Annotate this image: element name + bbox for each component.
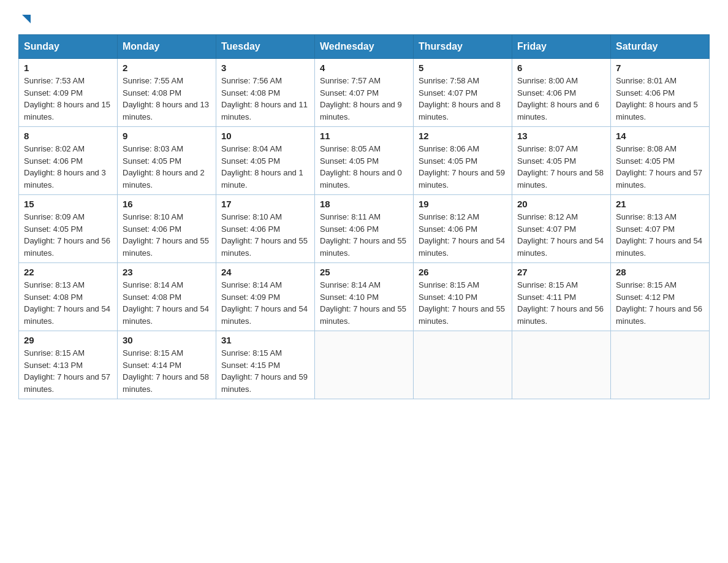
- day-cell: 14 Sunrise: 8:08 AMSunset: 4:05 PMDaylig…: [611, 127, 710, 195]
- day-cell: 22 Sunrise: 8:13 AMSunset: 4:08 PMDaylig…: [19, 263, 118, 331]
- day-info: Sunrise: 8:12 AMSunset: 4:07 PMDaylight:…: [517, 212, 604, 258]
- day-cell: 7 Sunrise: 8:01 AMSunset: 4:06 PMDayligh…: [611, 59, 710, 127]
- day-number: 26: [419, 267, 507, 277]
- logo: [18, 12, 33, 28]
- col-header-thursday: Thursday: [414, 35, 512, 59]
- col-header-tuesday: Tuesday: [216, 35, 315, 59]
- day-cell: [315, 331, 414, 399]
- day-number: 22: [24, 267, 112, 277]
- day-info: Sunrise: 8:03 AMSunset: 4:05 PMDaylight:…: [123, 144, 205, 190]
- day-number: 15: [24, 199, 112, 209]
- day-cell: 20 Sunrise: 8:12 AMSunset: 4:07 PMDaylig…: [512, 195, 611, 263]
- day-number: 17: [221, 199, 309, 209]
- day-cell: 8 Sunrise: 8:02 AMSunset: 4:06 PMDayligh…: [19, 127, 118, 195]
- day-number: 1: [24, 63, 112, 73]
- col-header-sunday: Sunday: [19, 35, 118, 59]
- col-header-friday: Friday: [512, 35, 611, 59]
- day-info: Sunrise: 8:10 AMSunset: 4:06 PMDaylight:…: [221, 212, 308, 258]
- week-row-3: 15 Sunrise: 8:09 AMSunset: 4:05 PMDaylig…: [19, 195, 710, 263]
- day-number: 29: [24, 335, 112, 345]
- day-cell: 12 Sunrise: 8:06 AMSunset: 4:05 PMDaylig…: [414, 127, 512, 195]
- day-cell: 25 Sunrise: 8:14 AMSunset: 4:10 PMDaylig…: [315, 263, 414, 331]
- day-cell: 23 Sunrise: 8:14 AMSunset: 4:08 PMDaylig…: [118, 263, 216, 331]
- logo-triangle-icon: [20, 12, 33, 26]
- week-row-2: 8 Sunrise: 8:02 AMSunset: 4:06 PMDayligh…: [19, 127, 710, 195]
- day-info: Sunrise: 8:15 AMSunset: 4:13 PMDaylight:…: [24, 348, 110, 394]
- day-number: 18: [320, 199, 408, 209]
- day-info: Sunrise: 8:08 AMSunset: 4:05 PMDaylight:…: [616, 144, 702, 190]
- day-number: 30: [123, 335, 211, 345]
- day-number: 7: [616, 63, 704, 73]
- day-number: 24: [221, 267, 309, 277]
- day-number: 19: [419, 199, 507, 209]
- day-cell: 31 Sunrise: 8:15 AMSunset: 4:15 PMDaylig…: [216, 331, 315, 399]
- day-cell: 4 Sunrise: 7:57 AMSunset: 4:07 PMDayligh…: [315, 59, 414, 127]
- day-number: 21: [616, 199, 704, 209]
- day-info: Sunrise: 8:04 AMSunset: 4:05 PMDaylight:…: [221, 144, 303, 190]
- day-info: Sunrise: 8:09 AMSunset: 4:05 PMDaylight:…: [24, 212, 110, 258]
- day-cell: 5 Sunrise: 7:58 AMSunset: 4:07 PMDayligh…: [414, 59, 512, 127]
- day-number: 3: [221, 63, 309, 73]
- day-info: Sunrise: 7:56 AMSunset: 4:08 PMDaylight:…: [221, 76, 308, 121]
- day-cell: 16 Sunrise: 8:10 AMSunset: 4:06 PMDaylig…: [118, 195, 216, 263]
- week-row-5: 29 Sunrise: 8:15 AMSunset: 4:13 PMDaylig…: [19, 331, 710, 399]
- day-info: Sunrise: 8:01 AMSunset: 4:06 PMDaylight:…: [616, 76, 698, 121]
- day-number: 11: [320, 131, 408, 141]
- day-info: Sunrise: 8:05 AMSunset: 4:05 PMDaylight:…: [320, 144, 402, 190]
- day-info: Sunrise: 7:55 AMSunset: 4:08 PMDaylight:…: [123, 76, 209, 121]
- day-cell: 13 Sunrise: 8:07 AMSunset: 4:05 PMDaylig…: [512, 127, 611, 195]
- day-number: 4: [320, 63, 408, 73]
- day-number: 14: [616, 131, 704, 141]
- day-info: Sunrise: 7:53 AMSunset: 4:09 PMDaylight:…: [24, 76, 110, 121]
- day-number: 23: [123, 267, 211, 277]
- day-number: 16: [123, 199, 211, 209]
- day-cell: 1 Sunrise: 7:53 AMSunset: 4:09 PMDayligh…: [19, 59, 118, 127]
- day-cell: 15 Sunrise: 8:09 AMSunset: 4:05 PMDaylig…: [19, 195, 118, 263]
- day-number: 31: [221, 335, 309, 345]
- day-cell: 6 Sunrise: 8:00 AMSunset: 4:06 PMDayligh…: [512, 59, 611, 127]
- day-cell: [414, 331, 512, 399]
- day-cell: [512, 331, 611, 399]
- day-info: Sunrise: 8:11 AMSunset: 4:06 PMDaylight:…: [320, 212, 406, 258]
- day-info: Sunrise: 8:14 AMSunset: 4:10 PMDaylight:…: [320, 280, 406, 326]
- day-number: 9: [123, 131, 211, 141]
- day-cell: 19 Sunrise: 8:12 AMSunset: 4:06 PMDaylig…: [414, 195, 512, 263]
- week-row-1: 1 Sunrise: 7:53 AMSunset: 4:09 PMDayligh…: [19, 59, 710, 127]
- day-cell: 21 Sunrise: 8:13 AMSunset: 4:07 PMDaylig…: [611, 195, 710, 263]
- day-cell: 17 Sunrise: 8:10 AMSunset: 4:06 PMDaylig…: [216, 195, 315, 263]
- day-info: Sunrise: 8:14 AMSunset: 4:09 PMDaylight:…: [221, 280, 308, 326]
- day-cell: 18 Sunrise: 8:11 AMSunset: 4:06 PMDaylig…: [315, 195, 414, 263]
- day-cell: 30 Sunrise: 8:15 AMSunset: 4:14 PMDaylig…: [118, 331, 216, 399]
- col-header-saturday: Saturday: [611, 35, 710, 59]
- day-number: 12: [419, 131, 507, 141]
- day-cell: 27 Sunrise: 8:15 AMSunset: 4:11 PMDaylig…: [512, 263, 611, 331]
- day-cell: 2 Sunrise: 7:55 AMSunset: 4:08 PMDayligh…: [118, 59, 216, 127]
- day-number: 27: [517, 267, 605, 277]
- day-info: Sunrise: 8:06 AMSunset: 4:05 PMDaylight:…: [419, 144, 505, 190]
- day-info: Sunrise: 8:15 AMSunset: 4:10 PMDaylight:…: [419, 280, 505, 326]
- day-number: 13: [517, 131, 605, 141]
- day-info: Sunrise: 8:13 AMSunset: 4:08 PMDaylight:…: [24, 280, 110, 326]
- day-cell: 24 Sunrise: 8:14 AMSunset: 4:09 PMDaylig…: [216, 263, 315, 331]
- day-cell: 26 Sunrise: 8:15 AMSunset: 4:10 PMDaylig…: [414, 263, 512, 331]
- day-info: Sunrise: 7:58 AMSunset: 4:07 PMDaylight:…: [419, 76, 501, 121]
- day-cell: 9 Sunrise: 8:03 AMSunset: 4:05 PMDayligh…: [118, 127, 216, 195]
- day-info: Sunrise: 8:00 AMSunset: 4:06 PMDaylight:…: [517, 76, 599, 121]
- day-info: Sunrise: 8:13 AMSunset: 4:07 PMDaylight:…: [616, 212, 702, 258]
- day-info: Sunrise: 8:12 AMSunset: 4:06 PMDaylight:…: [419, 212, 505, 258]
- day-number: 8: [24, 131, 112, 141]
- day-info: Sunrise: 8:10 AMSunset: 4:06 PMDaylight:…: [123, 212, 209, 258]
- day-info: Sunrise: 8:15 AMSunset: 4:11 PMDaylight:…: [517, 280, 604, 326]
- day-cell: 29 Sunrise: 8:15 AMSunset: 4:13 PMDaylig…: [19, 331, 118, 399]
- day-info: Sunrise: 8:02 AMSunset: 4:06 PMDaylight:…: [24, 144, 106, 190]
- day-cell: [611, 331, 710, 399]
- day-cell: 3 Sunrise: 7:56 AMSunset: 4:08 PMDayligh…: [216, 59, 315, 127]
- calendar-table: SundayMondayTuesdayWednesdayThursdayFrid…: [18, 34, 710, 399]
- day-info: Sunrise: 8:15 AMSunset: 4:15 PMDaylight:…: [221, 348, 308, 394]
- day-info: Sunrise: 8:07 AMSunset: 4:05 PMDaylight:…: [517, 144, 604, 190]
- day-cell: 28 Sunrise: 8:15 AMSunset: 4:12 PMDaylig…: [611, 263, 710, 331]
- week-row-4: 22 Sunrise: 8:13 AMSunset: 4:08 PMDaylig…: [19, 263, 710, 331]
- day-info: Sunrise: 8:14 AMSunset: 4:08 PMDaylight:…: [123, 280, 209, 326]
- day-cell: 11 Sunrise: 8:05 AMSunset: 4:05 PMDaylig…: [315, 127, 414, 195]
- day-info: Sunrise: 7:57 AMSunset: 4:07 PMDaylight:…: [320, 76, 402, 121]
